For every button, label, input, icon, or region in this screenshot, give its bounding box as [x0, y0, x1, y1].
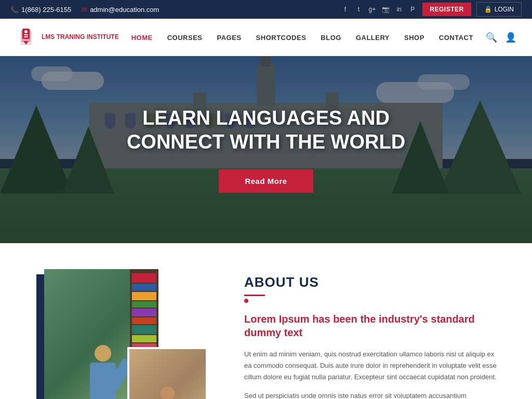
- about-section: ABOUT US Lorem Ipsum has been the indust…: [0, 243, 532, 399]
- svg-point-3: [24, 30, 28, 33]
- instagram-icon[interactable]: 📷: [381, 5, 390, 14]
- about-title: ABOUT US: [244, 274, 501, 290]
- hero-title: LEARN LANGUAGES AND CONNECT WITH THE WOR…: [127, 107, 405, 154]
- about-content: ABOUT US Lorem Ipsum has been the indust…: [244, 269, 501, 399]
- about-images: [31, 269, 218, 399]
- logo-text: LMS TRANING INSTITUTE: [42, 33, 119, 42]
- phone-info: 📞 1(868) 225-6155: [10, 6, 71, 14]
- nav-item-pages[interactable]: PAGES: [217, 33, 242, 42]
- nav-item-blog[interactable]: BLOG: [321, 33, 341, 42]
- svg-rect-5: [24, 36, 28, 37]
- nav-item-courses[interactable]: COURSES: [167, 33, 203, 42]
- hero-title-line1: LEARN LANGUAGES AND: [127, 107, 405, 130]
- phone-icon: 📞: [10, 6, 19, 14]
- lock-icon: 🔒: [484, 6, 492, 13]
- about-image-2: [127, 347, 208, 399]
- girl-figure-2: [156, 387, 179, 399]
- nav-link-courses[interactable]: COURSES: [167, 34, 203, 42]
- top-bar: 📞 1(868) 225-6155 ✉ admin@education.com …: [0, 0, 532, 19]
- facebook-icon[interactable]: f: [340, 5, 350, 14]
- nav-item-shortcodes[interactable]: SHORTCODES: [256, 33, 307, 42]
- phone-number: 1(868) 225-6155: [21, 6, 71, 14]
- hero-cta-button[interactable]: Read More: [219, 169, 313, 193]
- login-button[interactable]: 🔒 LOGIN: [476, 2, 522, 17]
- nav-actions: 🔍 👤: [486, 32, 516, 43]
- title-underline: [244, 295, 265, 296]
- hero-section: LEARN LANGUAGES AND CONNECT WITH THE WOR…: [0, 56, 532, 243]
- about-para-1: Ut enim ad minim veniam, quis nostrud ex…: [244, 349, 501, 383]
- nav-item-contact[interactable]: CONTACT: [439, 33, 473, 42]
- nav-link-home[interactable]: HOME: [131, 34, 153, 42]
- nav-links: HOME COURSES PAGES SHORTCODES BLOG GALLE…: [131, 33, 473, 42]
- nav-item-gallery[interactable]: GALLERY: [356, 33, 390, 42]
- nav-item-shop[interactable]: SHOP: [404, 33, 424, 42]
- top-bar-left: 📞 1(868) 225-6155 ✉ admin@education.com: [10, 6, 159, 14]
- social-icons: f t g+ 📷 in P: [340, 5, 417, 14]
- linkedin-icon[interactable]: in: [394, 5, 404, 14]
- email-info: ✉ admin@education.com: [82, 6, 159, 14]
- email-icon: ✉: [82, 6, 87, 14]
- google-plus-icon[interactable]: g+: [367, 5, 377, 14]
- nav-link-gallery[interactable]: GALLERY: [356, 34, 390, 42]
- logo[interactable]: LMS TRANING INSTITUTE: [16, 25, 119, 49]
- nav-link-blog[interactable]: BLOG: [321, 34, 341, 42]
- top-bar-right: f t g+ 📷 in P REGISTER 🔒 LOGIN: [340, 2, 522, 17]
- hero-content: LEARN LANGUAGES AND CONNECT WITH THE WOR…: [127, 107, 405, 193]
- nav-link-shop[interactable]: SHOP: [404, 34, 424, 42]
- title-dot: [244, 299, 248, 303]
- nav-link-contact[interactable]: CONTACT: [439, 34, 473, 42]
- svg-rect-4: [24, 34, 28, 35]
- about-subtitle: Lorem Ipsum has been the industry's stan…: [244, 312, 501, 339]
- hero-title-line2: CONNECT WITH THE WORLD: [127, 130, 405, 154]
- pinterest-icon[interactable]: P: [408, 5, 417, 14]
- girl-figure-1: [90, 345, 116, 399]
- navbar: LMS TRANING INSTITUTE HOME COURSES PAGES…: [0, 19, 532, 56]
- logo-icon: [16, 25, 36, 49]
- nav-link-shortcodes[interactable]: SHORTCODES: [256, 34, 307, 42]
- user-icon[interactable]: 👤: [505, 32, 516, 43]
- about-para-2: Sed ut perspiciatis unde omnis iste natu…: [244, 390, 501, 399]
- email-address: admin@education.com: [90, 6, 159, 14]
- register-button[interactable]: REGISTER: [422, 3, 471, 16]
- nav-item-home[interactable]: HOME: [131, 33, 153, 42]
- search-icon[interactable]: 🔍: [486, 32, 497, 43]
- nav-link-pages[interactable]: PAGES: [217, 34, 242, 42]
- twitter-icon[interactable]: t: [354, 5, 363, 14]
